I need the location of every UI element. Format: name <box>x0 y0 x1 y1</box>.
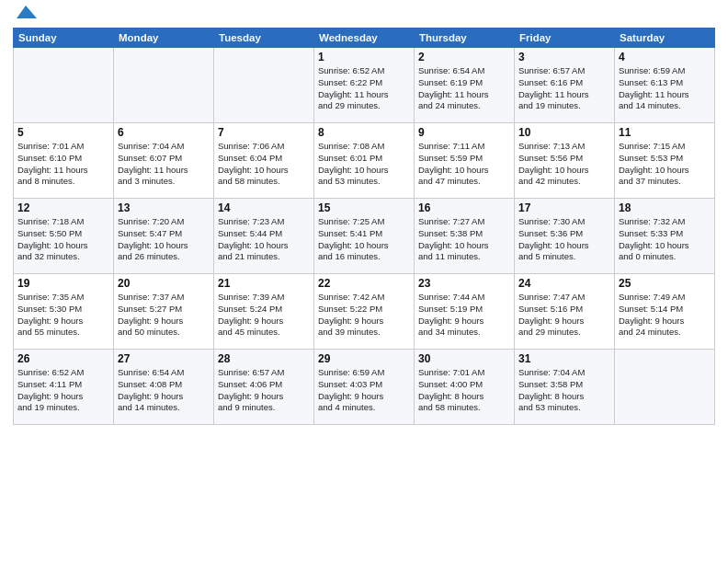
calendar-cell: 16Sunrise: 7:27 AM Sunset: 5:38 PM Dayli… <box>415 199 515 274</box>
day-number: 19 <box>17 277 109 290</box>
calendar-cell: 19Sunrise: 7:35 AM Sunset: 5:30 PM Dayli… <box>14 274 114 350</box>
day-info: Sunrise: 6:52 AM Sunset: 4:11 PM Dayligh… <box>17 367 109 414</box>
logo <box>13 9 37 22</box>
calendar-header-row: Sunday Monday Tuesday Wednesday Thursday… <box>14 29 715 48</box>
day-info: Sunrise: 6:57 AM Sunset: 6:16 PM Dayligh… <box>518 65 610 112</box>
calendar-cell <box>114 48 214 123</box>
calendar-cell: 15Sunrise: 7:25 AM Sunset: 5:41 PM Dayli… <box>314 199 415 274</box>
calendar-cell: 3Sunrise: 6:57 AM Sunset: 6:16 PM Daylig… <box>515 48 615 123</box>
day-number: 18 <box>619 201 711 214</box>
day-number: 14 <box>218 201 310 214</box>
col-tuesday: Tuesday <box>214 29 314 48</box>
calendar-cell: 20Sunrise: 7:37 AM Sunset: 5:27 PM Dayli… <box>114 274 214 350</box>
day-info: Sunrise: 7:01 AM Sunset: 6:10 PM Dayligh… <box>17 141 109 188</box>
day-number: 21 <box>218 277 310 290</box>
day-info: Sunrise: 7:39 AM Sunset: 5:24 PM Dayligh… <box>218 292 310 339</box>
calendar-week-row: 19Sunrise: 7:35 AM Sunset: 5:30 PM Dayli… <box>14 274 715 350</box>
day-number: 11 <box>619 126 711 139</box>
day-info: Sunrise: 7:15 AM Sunset: 5:53 PM Dayligh… <box>619 141 711 188</box>
day-info: Sunrise: 6:52 AM Sunset: 6:22 PM Dayligh… <box>318 65 410 112</box>
day-info: Sunrise: 6:57 AM Sunset: 4:06 PM Dayligh… <box>218 367 310 414</box>
day-number: 3 <box>518 51 610 63</box>
day-number: 26 <box>17 352 109 365</box>
calendar-cell: 7Sunrise: 7:06 AM Sunset: 6:04 PM Daylig… <box>214 123 314 199</box>
logo-icon <box>17 6 37 18</box>
calendar-cell: 9Sunrise: 7:11 AM Sunset: 5:59 PM Daylig… <box>415 123 515 199</box>
day-number: 7 <box>218 126 310 139</box>
calendar-cell: 26Sunrise: 6:52 AM Sunset: 4:11 PM Dayli… <box>14 350 114 425</box>
calendar-cell: 4Sunrise: 6:59 AM Sunset: 6:13 PM Daylig… <box>615 48 715 123</box>
day-info: Sunrise: 7:18 AM Sunset: 5:50 PM Dayligh… <box>17 216 109 263</box>
day-info: Sunrise: 7:49 AM Sunset: 5:14 PM Dayligh… <box>619 292 711 339</box>
day-number: 2 <box>418 51 510 63</box>
calendar-cell <box>14 48 114 123</box>
day-number: 9 <box>418 126 510 139</box>
calendar-cell: 11Sunrise: 7:15 AM Sunset: 5:53 PM Dayli… <box>615 123 715 199</box>
calendar: Sunday Monday Tuesday Wednesday Thursday… <box>13 28 715 425</box>
calendar-cell: 18Sunrise: 7:32 AM Sunset: 5:33 PM Dayli… <box>615 199 715 274</box>
calendar-cell: 28Sunrise: 6:57 AM Sunset: 4:06 PM Dayli… <box>214 350 314 425</box>
day-number: 15 <box>318 201 410 214</box>
day-number: 24 <box>518 277 610 290</box>
day-number: 27 <box>118 352 210 365</box>
calendar-cell <box>214 48 314 123</box>
day-info: Sunrise: 7:35 AM Sunset: 5:30 PM Dayligh… <box>17 292 109 339</box>
col-wednesday: Wednesday <box>314 29 415 48</box>
col-sunday: Sunday <box>14 29 114 48</box>
day-info: Sunrise: 7:06 AM Sunset: 6:04 PM Dayligh… <box>218 141 310 188</box>
calendar-cell <box>615 350 715 425</box>
calendar-cell: 10Sunrise: 7:13 AM Sunset: 5:56 PM Dayli… <box>515 123 615 199</box>
col-friday: Friday <box>515 29 615 48</box>
day-number: 16 <box>418 201 510 214</box>
header <box>13 9 715 22</box>
day-number: 29 <box>318 352 410 365</box>
calendar-cell: 23Sunrise: 7:44 AM Sunset: 5:19 PM Dayli… <box>415 274 515 350</box>
calendar-cell: 22Sunrise: 7:42 AM Sunset: 5:22 PM Dayli… <box>314 274 415 350</box>
calendar-cell: 24Sunrise: 7:47 AM Sunset: 5:16 PM Dayli… <box>515 274 615 350</box>
day-info: Sunrise: 6:59 AM Sunset: 4:03 PM Dayligh… <box>318 367 410 414</box>
day-number: 13 <box>118 201 210 214</box>
calendar-cell: 8Sunrise: 7:08 AM Sunset: 6:01 PM Daylig… <box>314 123 415 199</box>
day-info: Sunrise: 7:04 AM Sunset: 6:07 PM Dayligh… <box>118 141 210 188</box>
calendar-cell: 1Sunrise: 6:52 AM Sunset: 6:22 PM Daylig… <box>314 48 415 123</box>
calendar-week-row: 1Sunrise: 6:52 AM Sunset: 6:22 PM Daylig… <box>14 48 715 123</box>
day-number: 31 <box>518 352 610 365</box>
day-info: Sunrise: 7:44 AM Sunset: 5:19 PM Dayligh… <box>418 292 510 339</box>
day-info: Sunrise: 7:20 AM Sunset: 5:47 PM Dayligh… <box>118 216 210 263</box>
day-info: Sunrise: 7:37 AM Sunset: 5:27 PM Dayligh… <box>118 292 210 339</box>
calendar-cell: 12Sunrise: 7:18 AM Sunset: 5:50 PM Dayli… <box>14 199 114 274</box>
day-info: Sunrise: 7:01 AM Sunset: 4:00 PM Dayligh… <box>418 367 510 414</box>
day-info: Sunrise: 7:23 AM Sunset: 5:44 PM Dayligh… <box>218 216 310 263</box>
calendar-cell: 6Sunrise: 7:04 AM Sunset: 6:07 PM Daylig… <box>114 123 214 199</box>
svg-marker-0 <box>17 6 37 18</box>
day-number: 1 <box>318 51 410 63</box>
col-saturday: Saturday <box>615 29 715 48</box>
calendar-week-row: 12Sunrise: 7:18 AM Sunset: 5:50 PM Dayli… <box>14 199 715 274</box>
calendar-week-row: 5Sunrise: 7:01 AM Sunset: 6:10 PM Daylig… <box>14 123 715 199</box>
day-number: 10 <box>518 126 610 139</box>
day-number: 4 <box>619 51 711 63</box>
day-info: Sunrise: 7:47 AM Sunset: 5:16 PM Dayligh… <box>518 292 610 339</box>
day-info: Sunrise: 7:30 AM Sunset: 5:36 PM Dayligh… <box>518 216 610 263</box>
calendar-cell: 2Sunrise: 6:54 AM Sunset: 6:19 PM Daylig… <box>415 48 515 123</box>
calendar-cell: 17Sunrise: 7:30 AM Sunset: 5:36 PM Dayli… <box>515 199 615 274</box>
day-info: Sunrise: 7:04 AM Sunset: 3:58 PM Dayligh… <box>518 367 610 414</box>
calendar-cell: 13Sunrise: 7:20 AM Sunset: 5:47 PM Dayli… <box>114 199 214 274</box>
day-number: 22 <box>318 277 410 290</box>
day-info: Sunrise: 7:11 AM Sunset: 5:59 PM Dayligh… <box>418 141 510 188</box>
day-number: 6 <box>118 126 210 139</box>
day-number: 12 <box>17 201 109 214</box>
calendar-cell: 30Sunrise: 7:01 AM Sunset: 4:00 PM Dayli… <box>415 350 515 425</box>
col-thursday: Thursday <box>415 29 515 48</box>
calendar-cell: 25Sunrise: 7:49 AM Sunset: 5:14 PM Dayli… <box>615 274 715 350</box>
day-info: Sunrise: 7:08 AM Sunset: 6:01 PM Dayligh… <box>318 141 410 188</box>
calendar-week-row: 26Sunrise: 6:52 AM Sunset: 4:11 PM Dayli… <box>14 350 715 425</box>
calendar-cell: 21Sunrise: 7:39 AM Sunset: 5:24 PM Dayli… <box>214 274 314 350</box>
day-info: Sunrise: 7:13 AM Sunset: 5:56 PM Dayligh… <box>518 141 610 188</box>
day-number: 8 <box>318 126 410 139</box>
day-number: 30 <box>418 352 510 365</box>
day-info: Sunrise: 7:25 AM Sunset: 5:41 PM Dayligh… <box>318 216 410 263</box>
col-monday: Monday <box>114 29 214 48</box>
day-info: Sunrise: 6:54 AM Sunset: 6:19 PM Dayligh… <box>418 65 510 112</box>
calendar-cell: 14Sunrise: 7:23 AM Sunset: 5:44 PM Dayli… <box>214 199 314 274</box>
